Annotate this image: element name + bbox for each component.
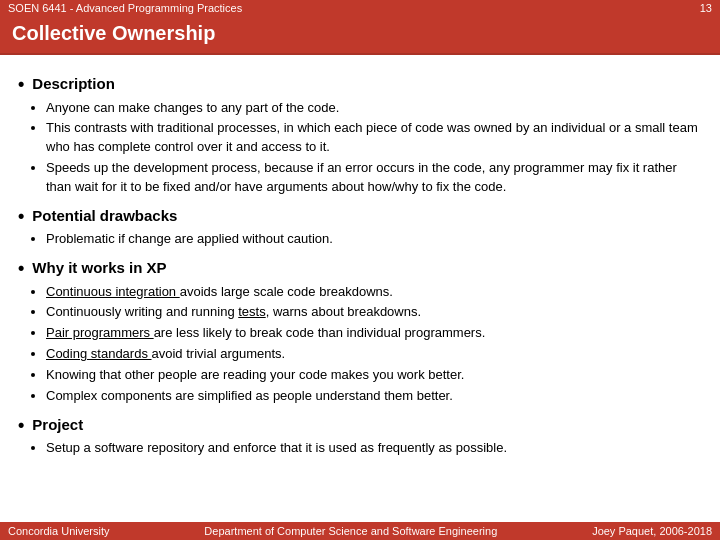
- link-tests: tests: [238, 304, 265, 319]
- list-item: Continuous integration avoids large scal…: [46, 283, 702, 302]
- link-coding-standards: Coding standards: [46, 346, 152, 361]
- section-description-header: • Description: [18, 73, 702, 96]
- list-item: Continuously writing and running tests, …: [46, 303, 702, 322]
- list-item: Setup a software repository and enforce …: [46, 439, 702, 458]
- description-bullets: Anyone can make changes to any part of t…: [46, 99, 702, 197]
- list-item: Pair programmers are less likely to brea…: [46, 324, 702, 343]
- link-continuous-integration: Continuous integration: [46, 284, 180, 299]
- list-item: Coding standards avoid trivial arguments…: [46, 345, 702, 364]
- section-drawbacks-label: Potential drawbacks: [32, 205, 177, 228]
- list-item: Complex components are simplified as peo…: [46, 387, 702, 406]
- title-bar: Collective Ownership: [0, 16, 720, 55]
- section-project-header: • Project: [18, 414, 702, 437]
- top-bar: SOEN 6441 - Advanced Programming Practic…: [0, 0, 720, 16]
- section-description-label: Description: [32, 73, 115, 96]
- list-item: Anyone can make changes to any part of t…: [46, 99, 702, 118]
- project-bullets: Setup a software repository and enforce …: [46, 439, 702, 458]
- why-bullets: Continuous integration avoids large scal…: [46, 283, 702, 406]
- page-title: Collective Ownership: [12, 22, 215, 44]
- footer-right: Joey Paquet, 2006-2018: [592, 525, 712, 537]
- list-item: Speeds up the development process, becau…: [46, 159, 702, 197]
- link-pair-programmers: Pair programmers: [46, 325, 154, 340]
- bullet-dot: •: [18, 416, 24, 434]
- footer: Concordia University Department of Compu…: [0, 522, 720, 540]
- section-drawbacks-header: • Potential drawbacks: [18, 205, 702, 228]
- bullet-dot: •: [18, 259, 24, 277]
- bullet-dot: •: [18, 75, 24, 93]
- slide-number: 13: [700, 2, 712, 14]
- footer-left: Concordia University: [8, 525, 109, 537]
- list-item: This contrasts with traditional processe…: [46, 119, 702, 157]
- section-why-header: • Why it works in XP: [18, 257, 702, 280]
- section-project-label: Project: [32, 414, 83, 437]
- course-label: SOEN 6441 - Advanced Programming Practic…: [8, 2, 242, 14]
- list-item: Knowing that other people are reading yo…: [46, 366, 702, 385]
- drawbacks-bullets: Problematic if change are applied withou…: [46, 230, 702, 249]
- content: • Description Anyone can make changes to…: [0, 55, 720, 472]
- bullet-dot: •: [18, 207, 24, 225]
- footer-center: Department of Computer Science and Softw…: [204, 525, 497, 537]
- list-item: Problematic if change are applied withou…: [46, 230, 702, 249]
- section-why-label: Why it works in XP: [32, 257, 166, 280]
